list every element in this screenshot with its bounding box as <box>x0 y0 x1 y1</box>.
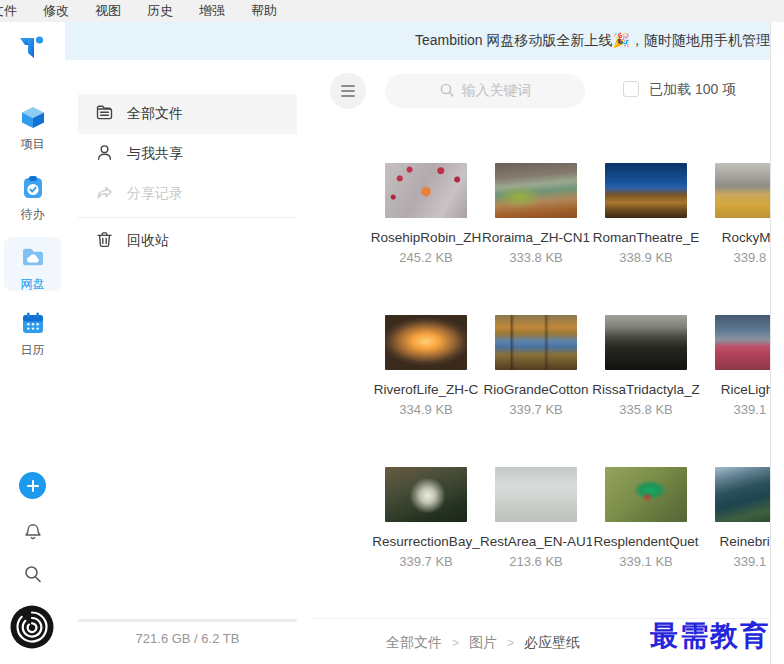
sidebar-item-recycle-bin[interactable]: 回收站 <box>78 221 297 261</box>
file-card[interactable]: RissaTridactyla_Z 335.8 KB <box>591 315 701 467</box>
projects-cube-icon <box>20 104 46 134</box>
file-thumbnail[interactable] <box>605 315 687 370</box>
file-name: RestArea_EN-AU1 <box>480 534 592 549</box>
menu-item-view[interactable]: 视图 <box>82 2 134 20</box>
rail-item-calendar[interactable]: 日历 <box>0 310 65 357</box>
breadcrumb-item-current[interactable]: 必应壁纸 <box>524 634 580 652</box>
loaded-count-label: 已加载 100 项 <box>649 81 736 98</box>
trash-icon <box>95 230 114 252</box>
breadcrumb-item-pictures[interactable]: 图片 <box>469 634 497 652</box>
file-thumbnail[interactable] <box>385 467 467 522</box>
sidebar-item-shared-with-me[interactable]: 与我共享 <box>78 134 297 174</box>
file-name: RomanTheatre_E <box>593 230 700 245</box>
file-size: 245.2 KB <box>399 250 453 265</box>
search-input[interactable]: 输入关键词 <box>385 74 585 108</box>
app-window: Teambition 网盘移动版全新上线🎉，随时随地用手机管理 项目 <box>0 22 771 664</box>
all-files-folder-icon <box>95 103 114 125</box>
drive-sidebar: 全部文件 与我共享 分享记录 <box>65 60 313 664</box>
file-size: 339.1 K <box>734 402 770 417</box>
file-thumbnail[interactable] <box>605 163 687 218</box>
file-thumbnail[interactable] <box>715 315 770 370</box>
add-button[interactable] <box>19 472 46 499</box>
breadcrumb-item-root[interactable]: 全部文件 <box>386 634 442 652</box>
rail-item-label: 项目 <box>21 137 45 151</box>
app-rail: 项目 待办 网盘 <box>0 22 65 664</box>
file-name: RissaTridactyla_Z <box>592 382 700 397</box>
calendar-icon <box>20 310 46 340</box>
file-thumbnail[interactable] <box>715 163 770 218</box>
storage-usage-bar <box>78 619 297 622</box>
file-card[interactable]: ResurrectionBay_ 339.7 KB <box>371 467 481 619</box>
file-thumbnail[interactable] <box>495 163 577 218</box>
file-thumbnail[interactable] <box>385 163 467 218</box>
rail-item-projects[interactable]: 项目 <box>0 104 65 151</box>
rail-item-todo[interactable]: 待办 <box>0 174 65 221</box>
file-name: RiverofLife_ZH-C <box>374 382 478 397</box>
search-placeholder: 输入关键词 <box>462 82 532 100</box>
file-card[interactable]: RomanTheatre_E 338.9 KB <box>591 163 701 315</box>
file-size: 334.9 KB <box>399 402 453 417</box>
menu-item-enhance[interactable]: 增强 <box>186 2 238 20</box>
search-icon <box>439 82 455 101</box>
rail-item-label: 日历 <box>21 343 45 357</box>
file-size: 213.6 KB <box>509 554 563 569</box>
sidebar-item-label: 与我共享 <box>127 145 183 163</box>
breadcrumb-separator: > <box>507 636 514 650</box>
file-size: 339.8 K <box>734 250 770 265</box>
file-size: 338.9 KB <box>619 250 673 265</box>
file-grid: RosehipRobin_ZH 245.2 KB Roraima_ZH-CN1 … <box>371 163 770 619</box>
file-name: Roraima_ZH-CN1 <box>482 230 590 245</box>
file-card[interactable]: RiceLights_ 339.1 K <box>701 315 770 467</box>
file-thumbnail[interactable] <box>715 467 770 522</box>
breadcrumb-footer: 全部文件 > 图片 > 必应壁纸 最需教育 <box>313 618 770 664</box>
user-avatar[interactable] <box>9 604 55 650</box>
sidebar-item-label: 全部文件 <box>127 105 183 123</box>
global-search-icon[interactable] <box>21 562 45 586</box>
file-thumbnail[interactable] <box>495 315 577 370</box>
breadcrumb-separator: > <box>452 636 459 650</box>
file-size: 335.8 KB <box>619 402 673 417</box>
file-card[interactable]: RioGrandeCotton 339.7 KB <box>481 315 591 467</box>
file-thumbnail[interactable] <box>495 467 577 522</box>
file-name: RosehipRobin_ZH <box>371 230 481 245</box>
select-all-checkbox[interactable] <box>623 81 639 97</box>
file-card[interactable]: RosehipRobin_ZH 245.2 KB <box>371 163 481 315</box>
promo-banner-text: Teambition 网盘移动版全新上线🎉，随时随地用手机管理 <box>415 32 770 50</box>
rail-item-label: 网盘 <box>21 277 45 291</box>
file-size: 339.7 KB <box>399 554 453 569</box>
file-thumbnail[interactable] <box>385 315 467 370</box>
share-arrow-icon <box>95 183 114 205</box>
sidebar-item-all-files[interactable]: 全部文件 <box>78 94 297 134</box>
file-card[interactable]: RestArea_EN-AU1 213.6 KB <box>481 467 591 619</box>
promo-banner: Teambition 网盘移动版全新上线🎉，随时随地用手机管理 <box>65 22 770 60</box>
file-name: Reinebringe <box>720 534 770 549</box>
todo-clipboard-icon <box>20 174 46 204</box>
file-card[interactable]: ResplendentQuet 339.1 KB <box>591 467 701 619</box>
file-card[interactable]: RockyMtFo 339.8 K <box>701 163 770 315</box>
file-card[interactable]: Roraima_ZH-CN1 333.8 KB <box>481 163 591 315</box>
storage-usage-text: 721.6 GB / 6.2 TB <box>78 631 297 646</box>
file-name: RockyMtFo <box>722 230 770 245</box>
file-name: ResurrectionBay_ <box>372 534 479 549</box>
file-name: ResplendentQuet <box>593 534 698 549</box>
rail-item-label: 待办 <box>21 207 45 221</box>
file-size: 333.8 KB <box>509 250 563 265</box>
sidebar-item-share-history[interactable]: 分享记录 <box>78 174 297 214</box>
sidebar-divider <box>78 217 297 218</box>
window-menu-bar: 文件 修改 视图 历史 增强 帮助 <box>0 0 784 22</box>
file-card[interactable]: Reinebringe 339.1 K <box>701 467 770 619</box>
breadcrumb: 全部文件 > 图片 > 必应壁纸 <box>386 634 580 652</box>
menu-item-history[interactable]: 历史 <box>134 2 186 20</box>
notifications-bell-icon[interactable] <box>21 518 45 542</box>
menu-item-help[interactable]: 帮助 <box>238 2 290 20</box>
menu-item-edit[interactable]: 修改 <box>30 2 82 20</box>
file-thumbnail[interactable] <box>605 467 687 522</box>
rail-item-drive[interactable]: 网盘 <box>0 244 65 291</box>
file-card[interactable]: RiverofLife_ZH-C 334.9 KB <box>371 315 481 467</box>
menu-item-file[interactable]: 文件 <box>0 2 30 20</box>
watermark-text: 最需教育 <box>650 617 770 655</box>
teambition-logo-icon[interactable] <box>13 28 51 66</box>
drive-folder-icon <box>20 244 46 274</box>
view-options-hamburger-button[interactable] <box>330 73 366 109</box>
sidebar-item-label: 回收站 <box>127 232 169 250</box>
